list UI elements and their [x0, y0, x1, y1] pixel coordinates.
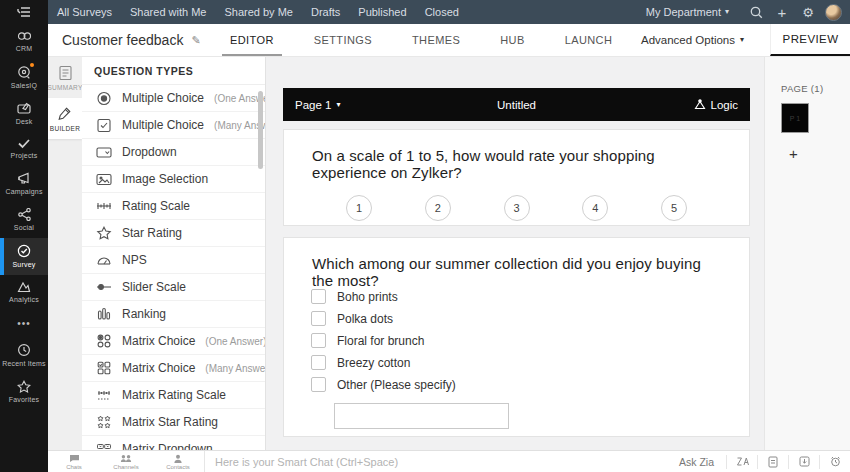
checkbox[interactable] [311, 289, 326, 304]
sidebar-item-favorites[interactable]: Favorites [0, 374, 48, 410]
checkbox[interactable] [311, 311, 326, 326]
department-label: My Department [646, 6, 721, 18]
checkbox[interactable] [311, 355, 326, 370]
nav-shared-by-me[interactable]: Shared by Me [215, 6, 301, 18]
qtype-label: NPS [122, 253, 147, 267]
sidebar-item-label: Recent Items [2, 360, 46, 367]
sidebar-item-label: Projects [11, 152, 38, 159]
question-card-2[interactable]: Which among our summer collection did yo… [283, 237, 750, 437]
contacts-label: Contacts [166, 464, 190, 470]
search-icon[interactable] [743, 6, 769, 19]
tab-summary[interactable]: SUMMARY [48, 57, 82, 98]
option-label: Floral for brunch [337, 334, 424, 348]
qtype-nps[interactable]: NPS [82, 247, 265, 274]
qtype-label: Multiple Choice [122, 91, 204, 105]
qtype-slider-scale[interactable]: Slider Scale [82, 274, 265, 301]
ranking-icon [96, 307, 112, 321]
qtype-label: Matrix Rating Scale [122, 388, 226, 402]
nav-all-surveys[interactable]: All Surveys [48, 6, 121, 18]
chevron-down-icon: ▾ [725, 8, 729, 16]
qtype-matrix-rating-scale[interactable]: Matrix Rating Scale [82, 382, 265, 409]
nav-shared-with-me[interactable]: Shared with Me [121, 6, 215, 18]
qtype-matrix-dropdown[interactable]: Matrix Dropdown [82, 436, 265, 450]
nav-closed[interactable]: Closed [416, 6, 468, 18]
qtype-rating-scale[interactable]: Rating Scale [82, 193, 265, 220]
logic-button[interactable]: Logic [694, 99, 739, 111]
qtype-star-rating[interactable]: Star Rating [82, 220, 265, 247]
department-selector[interactable]: My Department ▾ [646, 6, 729, 18]
scale-option-3[interactable]: 3 [504, 195, 530, 221]
smart-chat-input[interactable] [215, 456, 667, 468]
tab-editor[interactable]: EDITOR [228, 24, 276, 56]
checkbox[interactable] [311, 377, 326, 392]
qtype-ranking[interactable]: Ranking [82, 301, 265, 328]
tab-builder[interactable]: BUILDER [48, 98, 82, 139]
sidebar-item-label: Desk [16, 118, 33, 125]
sidebar-item-projects[interactable]: Projects [0, 132, 48, 166]
channels-label: Channels [113, 464, 138, 470]
qtype-label: Matrix Dropdown [122, 442, 213, 450]
download-icon[interactable] [789, 456, 819, 467]
settings-gear-icon[interactable]: ⚙ [795, 5, 821, 20]
qtype-label: Ranking [122, 307, 166, 321]
page-selector[interactable]: Page 1 ▾ [295, 99, 340, 111]
page-1-thumbnail[interactable]: P 1 [781, 103, 809, 133]
channels-button[interactable]: Channels [100, 454, 152, 470]
qtype-multiple-choice-many[interactable]: Multiple Choice (Many Answers) [82, 112, 265, 139]
scale-option-5[interactable]: 5 [661, 195, 687, 221]
zia-icon[interactable] [727, 456, 757, 467]
tab-hub[interactable]: HUB [498, 24, 526, 56]
scale-option-2[interactable]: 2 [425, 195, 451, 221]
sidebar-item-campaigns[interactable]: Campaigns [0, 166, 48, 202]
preview-button[interactable]: PREVIEW [770, 24, 850, 56]
sidebar-more-icon[interactable]: ••• [0, 310, 48, 337]
sidebar-item-survey[interactable]: Survey [0, 238, 48, 275]
matrix-rating-icon [96, 389, 112, 402]
sidebar-item-analytics[interactable]: Analytics [0, 275, 48, 310]
rating-scale-icon [96, 200, 112, 212]
other-specify-input[interactable] [334, 403, 509, 429]
nav-drafts[interactable]: Drafts [302, 6, 349, 18]
chats-button[interactable]: Chats [48, 454, 100, 470]
sidebar-item-recent-items[interactable]: Recent Items [0, 337, 48, 374]
sidebar-item-label: Campaigns [5, 188, 42, 195]
contacts-button[interactable]: Contacts [152, 454, 204, 470]
checkbox[interactable] [311, 333, 326, 348]
tab-settings[interactable]: SETTINGS [312, 24, 374, 56]
nav-published[interactable]: Published [349, 6, 415, 18]
qtype-matrix-choice-many[interactable]: Matrix Choice (Many Answers) [82, 355, 265, 382]
qtype-dropdown[interactable]: Dropdown [82, 139, 265, 166]
alarm-clock-icon[interactable] [820, 456, 850, 467]
option-label: Boho prints [337, 290, 398, 304]
recent-items-icon [17, 343, 31, 357]
tab-themes[interactable]: THEMES [410, 24, 462, 56]
qtype-multiple-choice-one[interactable]: Multiple Choice (One Answer) [82, 85, 265, 112]
tab-launch[interactable]: LAUNCH [563, 24, 615, 56]
add-page-button[interactable]: + [789, 145, 798, 162]
add-icon[interactable]: + [769, 4, 795, 21]
qtype-matrix-choice-one[interactable]: Matrix Choice (One Answer) [82, 328, 265, 355]
sidebar-item-salesiq[interactable]: SalesIQ [0, 59, 48, 96]
sidebar-item-crm[interactable]: CRM [0, 24, 48, 59]
matrix-checkbox-icon [96, 361, 112, 375]
question-types-scrollbar[interactable] [258, 91, 263, 169]
question-card-1[interactable]: On a scale of 1 to 5, how would rate you… [283, 129, 750, 226]
radio-icon [96, 91, 112, 106]
scale-option-4[interactable]: 4 [582, 195, 608, 221]
qtype-matrix-star-rating[interactable]: Matrix Star Rating [82, 409, 265, 436]
builder-pencil-icon [58, 106, 72, 122]
survey-header: Customer feedback ✎ EDITOR SETTINGS THEM… [48, 24, 850, 57]
collapse-menu-icon[interactable] [0, 0, 48, 24]
scale-option-1[interactable]: 1 [346, 195, 372, 221]
sidebar-item-desk[interactable]: Desk [0, 96, 48, 132]
ask-zia-button[interactable]: Ask Zia [667, 456, 726, 468]
sidebar-item-social[interactable]: Social [0, 202, 48, 238]
edit-title-pencil-icon[interactable]: ✎ [191, 34, 200, 47]
option-label: Polka dots [337, 312, 393, 326]
notes-icon[interactable] [758, 456, 788, 468]
smart-chat-input-wrap [204, 451, 667, 472]
advanced-options-dropdown[interactable]: Advanced Options ▾ [641, 34, 744, 46]
page-title: Untitled [283, 99, 750, 111]
qtype-image-selection[interactable]: Image Selection [82, 166, 265, 193]
user-avatar[interactable] [825, 4, 842, 21]
